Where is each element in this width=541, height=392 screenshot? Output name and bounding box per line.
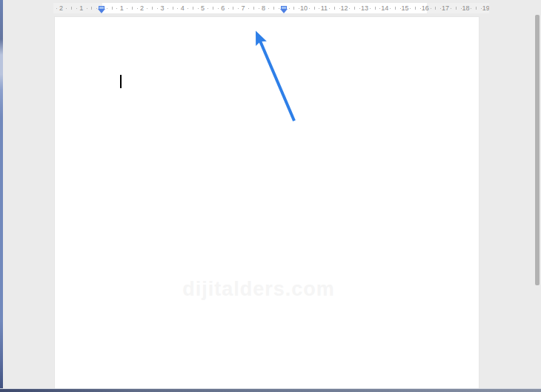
ruler-tick xyxy=(66,8,67,9)
ruler-tick xyxy=(273,7,274,10)
ruler-number: 12 xyxy=(341,3,348,13)
ruler-number: 7 xyxy=(242,3,245,13)
text-cursor-caret xyxy=(120,75,122,88)
ruler-number: 16 xyxy=(422,3,429,13)
ruler-tick xyxy=(259,8,259,9)
ruler-tick xyxy=(370,8,371,9)
ruler-tick xyxy=(233,7,233,10)
ruler-tick xyxy=(91,7,92,10)
ruler-tick xyxy=(314,7,315,10)
ruler-tick xyxy=(375,7,376,10)
window-bottom-edge xyxy=(0,389,541,392)
ruler-tick xyxy=(167,8,168,9)
ruler-number: 3 xyxy=(160,3,164,13)
indent-triangle-icon[interactable] xyxy=(98,9,105,13)
ruler-tick xyxy=(218,8,219,9)
ruler-number: 17 xyxy=(442,3,449,13)
ruler-tick xyxy=(87,8,87,9)
ruler-tick xyxy=(132,7,133,10)
indent-triangle-icon[interactable] xyxy=(280,9,288,13)
ruler-tick xyxy=(329,8,330,9)
ruler-tick xyxy=(173,7,173,10)
ruler-tick xyxy=(268,8,269,9)
ruler-tick xyxy=(319,8,319,9)
ruler-tick xyxy=(476,7,477,10)
ruler-tick xyxy=(213,7,213,10)
ruler-tick xyxy=(112,7,113,10)
ruler-tick xyxy=(451,8,451,9)
ruler-number: 13 xyxy=(361,3,368,13)
ruler-tick xyxy=(157,8,158,9)
ruler-number: 2 xyxy=(59,3,63,13)
ruler-tick xyxy=(127,8,127,9)
ruler-tick xyxy=(390,8,391,9)
ruler-number: 8 xyxy=(262,3,265,13)
ruler-tick xyxy=(410,8,411,9)
indent-marker-left[interactable] xyxy=(98,3,105,13)
ruler-tick xyxy=(293,7,294,10)
ruler-tick xyxy=(198,8,199,9)
ruler-tick xyxy=(208,8,208,9)
ruler-tick xyxy=(349,8,350,9)
ruler-tick xyxy=(354,7,355,10)
ruler-tick xyxy=(238,8,239,9)
ruler-tick xyxy=(435,7,436,10)
ruler-tick xyxy=(107,8,107,9)
ruler-number: 15 xyxy=(401,3,408,13)
ruler-number: 11 xyxy=(321,3,328,13)
ruler-tick xyxy=(471,8,471,9)
ruler-tick xyxy=(334,7,335,10)
ruler-tick xyxy=(253,7,254,10)
ruler-number: 5 xyxy=(201,3,205,13)
ruler-number: 6 xyxy=(221,3,225,13)
ruler-tick xyxy=(187,8,188,9)
ruler-number: 1 xyxy=(120,3,124,13)
ruler-tick xyxy=(193,7,193,10)
ruler-tick xyxy=(228,8,229,9)
ruler-number: 4 xyxy=(181,3,185,13)
ruler-number: 14 xyxy=(381,3,388,13)
ruler-tick xyxy=(116,8,117,9)
vertical-scrollbar-thumb[interactable] xyxy=(535,15,540,285)
window-left-edge xyxy=(0,0,3,392)
ruler-number: 18 xyxy=(462,3,469,13)
ruler-tick xyxy=(456,7,457,10)
ruler-number: 1 xyxy=(79,3,83,13)
ruler-tick xyxy=(76,8,77,9)
ruler-tick xyxy=(177,8,178,9)
annotation-arrow-icon xyxy=(237,21,311,130)
indent-marker-mid[interactable] xyxy=(280,3,288,13)
ruler-tick xyxy=(415,7,416,10)
horizontal-ruler[interactable]: 2112345678910111213141516171819 xyxy=(53,3,489,13)
ruler-tick xyxy=(152,7,153,10)
ruler-tick xyxy=(147,8,147,9)
ruler-tick xyxy=(71,7,72,10)
ruler-tick xyxy=(431,8,431,9)
watermark-text: dijitalders.com xyxy=(46,278,471,301)
ruler-tick xyxy=(56,8,57,9)
ruler-tick xyxy=(395,7,396,10)
ruler-number: 19 xyxy=(482,3,489,13)
ruler-tick xyxy=(248,8,249,9)
ruler-tick xyxy=(309,8,310,9)
ruler-number: 2 xyxy=(140,3,144,13)
ruler-number: 10 xyxy=(300,3,308,13)
ruler-tick xyxy=(137,8,138,9)
ruler-tick xyxy=(289,8,290,9)
